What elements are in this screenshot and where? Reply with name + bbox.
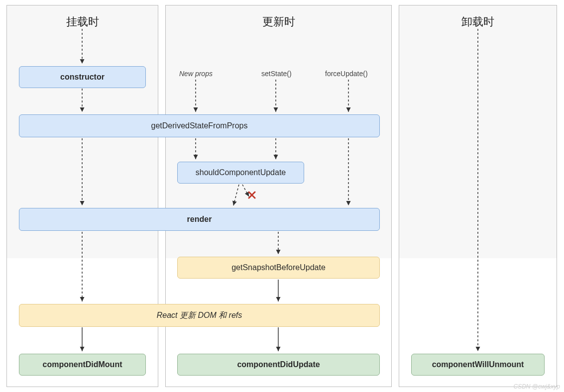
label-setstate: setState(): [261, 70, 292, 78]
box-didmount-label: componentDidMount: [43, 360, 122, 369]
panel-update: 更新时: [165, 5, 392, 387]
panel-unmount: 卸载时: [399, 5, 557, 387]
box-didmount: componentDidMount: [19, 354, 146, 376]
box-commit-label: React 更新 DOM 和 refs: [157, 310, 242, 321]
box-constructor-label: constructor: [60, 73, 105, 82]
box-snapshot: getSnapshotBeforeUpdate: [177, 257, 380, 279]
box-render-label: render: [187, 215, 212, 224]
watermark: CSDN @cwj&xyp: [513, 383, 560, 390]
box-gdsfp: getDerivedStateFromProps: [19, 114, 380, 137]
box-render: render: [19, 208, 380, 231]
label-forceupdate: forceUpdate(): [325, 70, 368, 78]
box-gdsfp-label: getDerivedStateFromProps: [151, 121, 248, 130]
panel-mount-title: 挂载时: [7, 14, 158, 29]
box-scu-label: shouldComponentUpdate: [196, 168, 286, 177]
box-scu: shouldComponentUpdate: [177, 162, 304, 184]
box-willunmount: componentWillUnmount: [411, 354, 545, 376]
box-willunmount-label: componentWillUnmount: [432, 360, 524, 369]
lifecycle-diagram: 挂载时 更新时 卸载时 constructor getDerivedStateF…: [0, 0, 564, 392]
box-commit: React 更新 DOM 和 refs: [19, 304, 380, 327]
panel-unmount-top: [399, 5, 557, 258]
box-didupdate: componentDidUpdate: [177, 354, 380, 376]
label-newprops: New props: [179, 70, 213, 78]
box-snapshot-label: getSnapshotBeforeUpdate: [231, 263, 326, 272]
box-constructor: constructor: [19, 66, 146, 88]
panel-unmount-title: 卸载时: [399, 14, 557, 29]
panel-mount: 挂载时: [6, 5, 158, 387]
panel-update-title: 更新时: [166, 14, 391, 29]
box-didupdate-label: componentDidUpdate: [237, 360, 320, 369]
